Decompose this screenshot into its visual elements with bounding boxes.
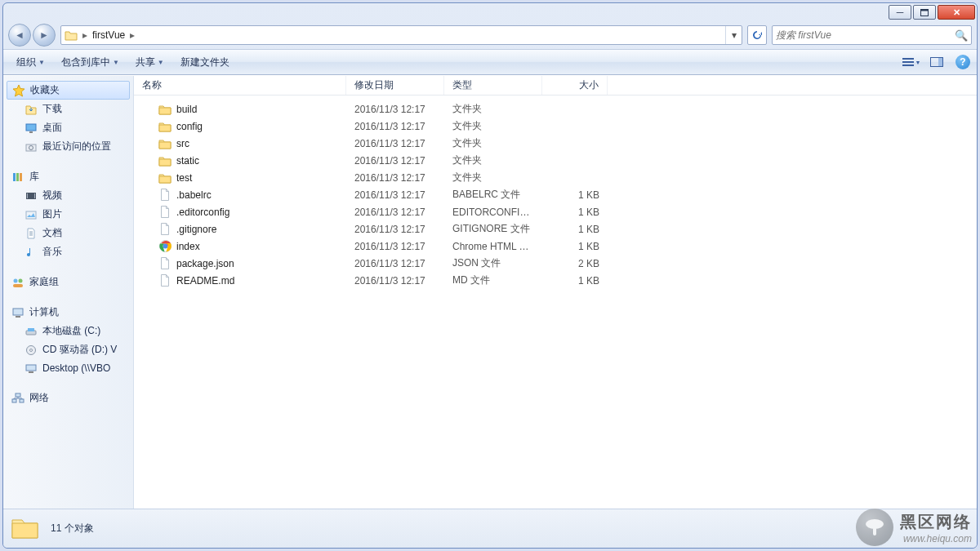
sidebar-network[interactable]: 网络: [3, 389, 133, 407]
file-size: 2 KB: [542, 258, 608, 269]
column-date[interactable]: 修改日期: [346, 76, 444, 95]
sidebar-item-label: 图片: [42, 207, 62, 221]
sidebar-local-c[interactable]: 本地磁盘 (C:): [3, 322, 133, 340]
sidebar-documents[interactable]: 文档: [3, 224, 133, 242]
svg-rect-16: [34, 193, 35, 198]
network-drive-icon: [24, 362, 38, 375]
watermark-title: 黑区网络: [900, 511, 972, 533]
svg-rect-36: [873, 527, 876, 535]
file-date: 2016/11/3 12:17: [346, 275, 444, 287]
file-row[interactable]: src2016/11/3 12:17文件夹: [134, 135, 977, 152]
file-name: test: [176, 172, 192, 184]
view-options-button[interactable]: ▼: [902, 52, 923, 72]
address-dropdown-button[interactable]: ▾: [725, 26, 742, 44]
file-name: .editorconfig: [176, 207, 229, 218]
file-date: 2016/11/3 12:17: [346, 207, 444, 218]
search-input[interactable]: [776, 29, 955, 41]
preview-pane-icon: [930, 57, 943, 67]
svg-rect-17: [26, 211, 36, 219]
svg-rect-29: [12, 399, 16, 402]
sidebar-cd-drive[interactable]: CD 驱动器 (D:) V: [3, 340, 133, 359]
file-row[interactable]: .editorconfig2016/11/3 12:17EDITORCONFIG…: [134, 203, 977, 220]
file-name: build: [176, 104, 197, 115]
folder-icon: [158, 103, 172, 116]
status-text: 11 个对象: [51, 522, 94, 535]
file-row[interactable]: .gitignore2016/11/3 12:17GITIGNORE 文件1 K…: [134, 220, 977, 238]
sidebar-homegroup[interactable]: 家庭组: [3, 273, 133, 291]
sidebar-music[interactable]: 音乐: [3, 242, 133, 261]
sidebar-item-label: CD 驱动器 (D:) V: [42, 343, 117, 357]
status-bar: 11 个对象: [3, 509, 977, 548]
sidebar-downloads[interactable]: 下载: [3, 100, 133, 118]
file-icon: [158, 257, 172, 270]
preview-pane-button[interactable]: [926, 52, 947, 72]
file-row[interactable]: build2016/11/3 12:17文件夹: [134, 100, 977, 118]
file-date: 2016/11/3 12:17: [346, 241, 444, 252]
download-icon: [24, 103, 38, 116]
file-row[interactable]: README.md2016/11/3 12:17MD 文件1 KB: [134, 272, 977, 289]
sidebar-computer[interactable]: 计算机: [3, 303, 133, 322]
back-button[interactable]: ◄: [8, 24, 31, 47]
svg-rect-11: [13, 173, 16, 181]
file-type: EDITORCONFIG ...: [444, 207, 542, 218]
sidebar-pictures[interactable]: 图片: [3, 205, 133, 224]
svg-rect-27: [26, 365, 36, 371]
folder-icon: [10, 514, 39, 544]
network-icon: [11, 392, 24, 405]
file-list[interactable]: build2016/11/3 12:17文件夹config2016/11/3 1…: [134, 96, 977, 509]
sidebar-item-label: 网络: [29, 391, 49, 405]
include-in-library-button[interactable]: 包含到库中▼: [55, 52, 126, 73]
svg-point-19: [19, 278, 23, 282]
column-size[interactable]: 大小: [542, 76, 608, 95]
pictures-icon: [24, 208, 38, 221]
organize-button[interactable]: 组织▼: [10, 52, 51, 73]
help-button[interactable]: ?: [956, 55, 970, 69]
file-date: 2016/11/3 12:17: [346, 172, 444, 184]
file-row[interactable]: config2016/11/3 12:17文件夹: [134, 118, 977, 135]
file-size: 1 KB: [542, 241, 608, 252]
new-folder-button[interactable]: 新建文件夹: [174, 52, 236, 73]
sidebar-favorites[interactable]: 收藏夹: [7, 81, 130, 100]
sidebar-item-label: 下载: [42, 102, 62, 116]
file-type: 文件夹: [444, 153, 542, 167]
file-row[interactable]: static2016/11/3 12:17文件夹: [134, 152, 977, 169]
file-type: BABELRC 文件: [444, 188, 542, 202]
svg-rect-2: [902, 58, 914, 60]
file-type: 文件夹: [444, 119, 542, 133]
sidebar-network-drive[interactable]: Desktop (\\VBO: [3, 359, 133, 377]
sidebar: 收藏夹 下载 桌面 最近访问的位置 库 视频 图片 文档 音乐 家庭组 计算机 …: [3, 76, 134, 509]
file-date: 2016/11/3 12:17: [346, 258, 444, 269]
file-row[interactable]: .babelrc2016/11/3 12:17BABELRC 文件1 KB: [134, 186, 977, 203]
sidebar-libraries[interactable]: 库: [3, 167, 133, 186]
chrome-icon: [158, 240, 172, 253]
sidebar-item-label: 收藏夹: [30, 83, 60, 97]
file-row[interactable]: package.json2016/11/3 12:17JSON 文件2 KB: [134, 255, 977, 272]
video-icon: [24, 189, 38, 202]
file-size: 1 KB: [542, 224, 608, 235]
file-type: Chrome HTML D...: [444, 241, 542, 252]
address-bar[interactable]: ▸ firstVue ▸ ▾: [60, 25, 742, 45]
sidebar-desktop[interactable]: 桌面: [3, 118, 133, 137]
column-type[interactable]: 类型: [444, 76, 542, 95]
file-type: JSON 文件: [444, 256, 542, 270]
chevron-down-icon: ▾: [732, 29, 737, 41]
column-name[interactable]: 名称: [134, 76, 346, 95]
maximize-button[interactable]: [913, 5, 936, 20]
forward-button[interactable]: ►: [33, 24, 56, 47]
watermark: 黑区网络 www.heiqu.com: [856, 509, 972, 546]
cd-icon: [24, 344, 38, 357]
breadcrumb-item[interactable]: firstVue: [89, 26, 128, 44]
sidebar-recent[interactable]: 最近访问的位置: [3, 137, 133, 156]
file-icon: [158, 206, 172, 219]
file-row[interactable]: test2016/11/3 12:17文件夹: [134, 169, 977, 186]
close-button[interactable]: ✕: [938, 5, 975, 20]
file-type: MD 文件: [444, 273, 542, 287]
minimize-button[interactable]: ─: [889, 5, 911, 20]
refresh-button[interactable]: [747, 25, 767, 45]
sidebar-videos[interactable]: 视频: [3, 186, 133, 205]
folder-icon: [158, 137, 172, 150]
search-box[interactable]: 🔍: [772, 25, 972, 45]
file-row[interactable]: index2016/11/3 12:17Chrome HTML D...1 KB: [134, 238, 977, 255]
share-button[interactable]: 共享▼: [129, 52, 171, 73]
file-size: 1 KB: [542, 207, 608, 218]
